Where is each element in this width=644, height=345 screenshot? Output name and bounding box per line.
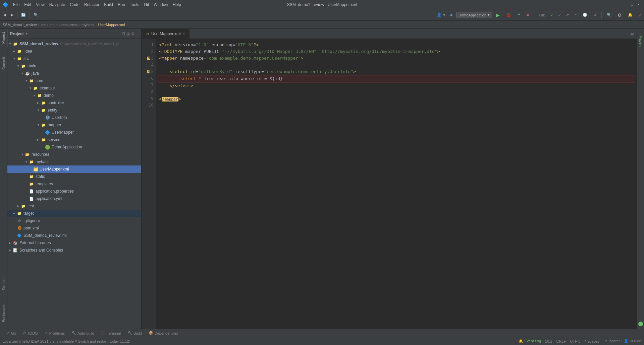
tree-item-idea[interactable]: ▶ 📁 .idea [7,48,141,55]
tree-item-test[interactable]: ▶ 📁 test [7,202,141,210]
bottom-tab-todo[interactable]: ☑ TODO [20,330,41,336]
profile-icon[interactable]: 👤 ▾ [436,12,445,17]
tree-item-usermapper-xml[interactable]: ▶ 🗂️ UserMapper.xml [7,165,141,173]
toolbar-back[interactable]: ◀ [1,12,8,18]
tree-item-demoapplication[interactable]: ▶ 🟢 DemoApplication [7,143,141,151]
tree-item-controller[interactable]: ▶ 📁 controller [7,99,141,107]
toolbar-settings-icon[interactable]: ⚙ [615,11,624,19]
menu-refactor[interactable]: Refactor [82,2,101,8]
tree-item-usermapper-java[interactable]: ▶ 🔷 UserMapper [7,129,141,136]
tree-item-userinfo[interactable]: ▶ 🅒 UserInfo [7,114,141,121]
toolbar-search[interactable]: 🔍 [605,12,613,18]
editor-tab-close[interactable]: ✕ [182,32,185,36]
toolbar-forward[interactable]: ▶ [9,12,15,18]
git-checkmark[interactable]: ✓ [549,12,555,18]
bottom-tab-build[interactable]: 🔨 Build [125,330,144,336]
tree-item-entity[interactable]: ▼ 📁 entity [7,107,141,114]
git-more[interactable]: ⋯ [572,12,579,18]
toolbar-nav-back[interactable]: ◀ [447,12,454,18]
tree-item-iml[interactable]: ▶ 🔷 SSM_demo1_review.iml [7,232,141,239]
git-branch[interactable]: ⎇ master [603,339,620,343]
tree-item-templates[interactable]: ▶ 📁 templates [7,180,141,188]
run-with-coverage[interactable]: ☂ [515,12,523,18]
status-position[interactable]: 10:1 [545,339,552,343]
run-config-dropdown[interactable]: DemoApplication ▾ [456,12,492,18]
status-indent[interactable]: 4 spaces [584,339,599,343]
menu-window[interactable]: Window [152,2,170,8]
tree-item-service[interactable]: ▶ 📁 service [7,136,141,143]
tree-item-external-libs[interactable]: ▶ 📚 External Libraries [7,239,141,247]
side-tab-structure[interactable]: Structure [0,272,7,294]
debug-button[interactable]: 🐞 [504,11,513,18]
side-tab-commit[interactable]: Commit [0,54,7,73]
status-event-log[interactable]: 🔔 Event Log [519,339,541,343]
maximize-button[interactable]: □ [629,2,635,7]
tree-item-main[interactable]: ▼ 📁 main [7,62,141,70]
tree-item-com[interactable]: ▼ 📁 com [7,77,141,84]
editor-tab-usermapper[interactable]: 🗂 UserMapper.xml ✕ [142,29,190,39]
git-update[interactable]: ↙ [557,12,562,18]
bottom-tab-terminal[interactable]: ⬛ Terminal [98,330,124,336]
tree-item-app-yml[interactable]: ▶ 📄 application.yml [7,195,141,202]
project-locate-file[interactable]: ◎ [126,31,130,36]
stop-button[interactable]: ■ [525,12,531,18]
toolbar-revert[interactable]: ↺ [591,12,598,18]
bottom-tab-dependencies[interactable]: 📦 Dependencies [146,330,181,336]
tree-item-demo[interactable]: ▼ 📁 demo [7,92,141,99]
close-button[interactable]: × [636,2,641,7]
bottom-tab-problems[interactable]: ⚠ Problems [42,330,67,336]
tree-item-mybatis[interactable]: ▼ 📁 mybatis [7,158,141,165]
menu-navigate[interactable]: Navigate [47,2,67,8]
toolbar-notifications[interactable]: 🔔 [626,12,635,18]
menu-file[interactable]: File [11,2,21,8]
code-content[interactable]: <?xml version="1.0" encoding="UTF-8"?> <… [156,39,637,329]
breadcrumb-src[interactable]: src [41,23,46,27]
toolbar-sep-5 [601,12,602,18]
side-tab-bookmarks[interactable]: Bookmarks [0,300,7,326]
menu-build[interactable]: Build [102,2,115,8]
menu-help[interactable]: Help [171,2,183,8]
tree-item-target[interactable]: ▶ 📁 target [7,210,141,217]
run-button[interactable]: ▶ [494,11,502,19]
tree-item-pom[interactable]: ▶ 🅜 pom.xml [7,224,141,232]
toolbar-history[interactable]: 🕐 [581,12,589,18]
bottom-tab-git[interactable]: ⎇ Git [3,330,18,336]
tree-item-src[interactable]: ▼ 📁 src [7,55,141,62]
right-tab-maven[interactable]: Maven [637,32,644,50]
breadcrumb-mybatis[interactable]: mybatis [82,23,94,27]
status-encoding[interactable]: UTF-8 [570,339,580,343]
tree-item-static[interactable]: ▶ 📁 static [7,173,141,180]
tree-item-mapper-folder[interactable]: ▼ 📁 mapper [7,121,141,129]
tree-item-example[interactable]: ▼ 📁 example [7,84,141,92]
breadcrumb-main[interactable]: main [50,23,58,27]
side-tab-project[interactable]: Project [0,29,7,47]
toolbar-sync[interactable]: 🔄 [19,12,28,18]
project-collapse-all[interactable]: ⊡ [122,31,125,36]
tree-item-root[interactable]: ▼ 📁 SSM_demo1_review D:\Java\code\test_j… [7,40,141,48]
tree-item-scratches[interactable]: ▶ 📝 Scratches and Consoles [7,247,141,254]
code-editor[interactable]: 1 2 M3 4 M5 6 7 8 9 10 <?xml version="1.… [142,39,637,329]
toolbar-search-everywhere[interactable]: 🔍 [32,12,40,18]
minimize-button[interactable]: – [623,2,628,7]
tree-item-app-properties[interactable]: ▶ 📄 application.properties [7,188,141,195]
menu-code[interactable]: Code [68,2,82,8]
toolbar-help[interactable]: ? [637,12,643,18]
project-gear[interactable]: ⚙ [131,31,135,36]
breadcrumb-resources[interactable]: resources [61,23,77,27]
git-push[interactable]: ↗ [565,12,570,18]
breadcrumb-project[interactable]: SSM_demo1_review [3,23,37,27]
menu-tools[interactable]: Tools [128,2,141,8]
project-minimize[interactable]: – [136,31,139,36]
tree-item-resources[interactable]: ▼ 📂 resources [7,151,141,158]
tree-item-gitignore[interactable]: ▶ ⚙ .gitignore [7,217,141,224]
menu-edit[interactable]: Edit [22,2,33,8]
tree-item-java[interactable]: ▼ ☕ java [7,70,141,77]
editor-options-menu[interactable]: ☰ [628,31,637,39]
status-line-ending[interactable]: CRLF [556,339,566,343]
menu-run[interactable]: Run [116,2,127,8]
menu-view[interactable]: View [34,2,47,8]
breadcrumb-file[interactable]: UserMapper.xml [98,23,125,27]
menu-git[interactable]: Git [142,2,151,8]
bottom-tab-autobuild[interactable]: 🔨 Auto-build [69,330,97,336]
build-icon: 🔨 [127,331,132,335]
